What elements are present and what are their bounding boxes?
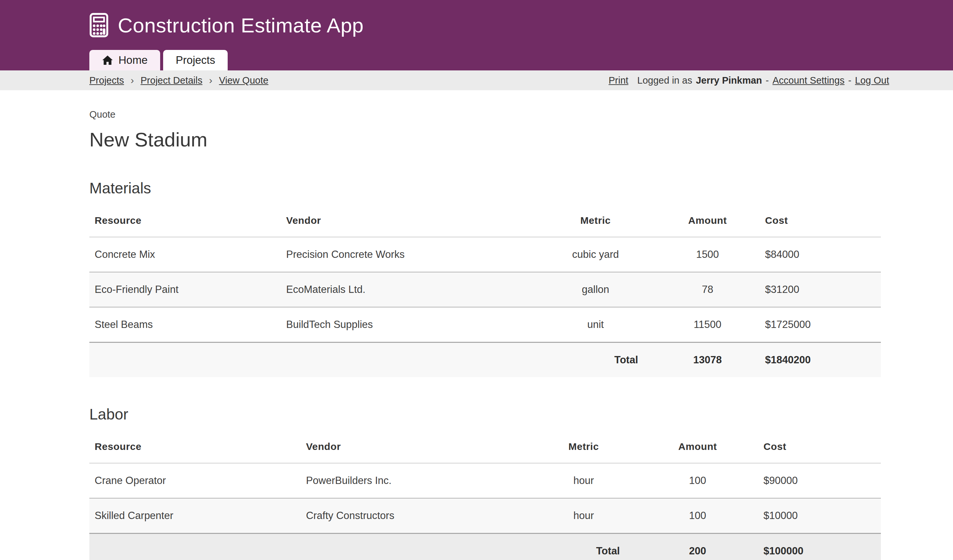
cell-amount: 78 xyxy=(655,272,760,307)
total-amount: 13078 xyxy=(655,342,760,377)
column-header: Vendor xyxy=(301,432,531,463)
column-header: Vendor xyxy=(281,206,536,237)
cell-empty xyxy=(89,342,281,377)
materials-section: Materials Resource Vendor Metric Amount … xyxy=(89,179,881,377)
cell-vendor: BuildTech Supplies xyxy=(281,307,536,342)
cell-empty xyxy=(281,342,536,377)
breadcrumb: Projects › Project Details › View Quote xyxy=(89,75,269,86)
cell-amount: 11500 xyxy=(655,307,760,342)
breadcrumb-separator: › xyxy=(131,75,134,86)
table-header-row: Resource Vendor Metric Amount Cost xyxy=(89,432,881,463)
cell-vendor: Crafty Constructors xyxy=(301,498,531,534)
cell-cost: $10000 xyxy=(758,498,881,534)
app-header: Construction Estimate App Home Projects xyxy=(0,0,953,70)
cell-cost: $90000 xyxy=(758,463,881,498)
total-label: Total xyxy=(530,534,637,560)
total-cost: $100000 xyxy=(758,534,881,560)
cell-amount: 100 xyxy=(637,498,758,534)
column-header: Amount xyxy=(655,206,760,237)
cell-empty xyxy=(89,534,301,560)
home-icon xyxy=(102,55,113,65)
total-amount: 200 xyxy=(637,534,758,560)
table-row: Eco-Friendly Paint EcoMaterials Ltd. gal… xyxy=(89,272,881,307)
total-cost: $1840200 xyxy=(760,342,881,377)
page-title: New Stadium xyxy=(89,128,881,151)
cell-metric: gallon xyxy=(536,272,655,307)
column-header: Cost xyxy=(758,432,881,463)
breadcrumb-link-project-details[interactable]: Project Details xyxy=(141,75,203,86)
cell-resource: Crane Operator xyxy=(89,463,301,498)
dash-separator: - xyxy=(848,75,851,86)
tab-home[interactable]: Home xyxy=(89,50,160,70)
quote-eyebrow: Quote xyxy=(89,109,881,120)
table-row: Concrete Mix Precision Concrete Works cu… xyxy=(89,237,881,272)
section-heading-materials: Materials xyxy=(89,179,881,197)
tab-projects[interactable]: Projects xyxy=(163,50,228,70)
breadcrumb-separator: › xyxy=(209,75,213,86)
cell-resource: Steel Beams xyxy=(89,307,281,342)
tab-label: Projects xyxy=(176,54,215,67)
print-link[interactable]: Print xyxy=(608,75,629,86)
log-out-link[interactable]: Log Out xyxy=(855,75,889,86)
materials-table: Resource Vendor Metric Amount Cost Concr… xyxy=(89,206,881,377)
breadcrumb-link-view-quote[interactable]: View Quote xyxy=(219,75,269,86)
nav-tabs: Home Projects xyxy=(89,50,228,70)
cell-metric: hour xyxy=(530,463,637,498)
column-header: Resource xyxy=(89,432,301,463)
table-row: Crane Operator PowerBuilders Inc. hour 1… xyxy=(89,463,881,498)
breadcrumb-link-projects[interactable]: Projects xyxy=(89,75,124,86)
breadcrumb-bar: Projects › Project Details › View Quote … xyxy=(0,70,953,90)
cell-metric: cubic yard xyxy=(536,237,655,272)
main-content: Quote New Stadium Materials Resource Ven… xyxy=(89,109,881,560)
cell-vendor: Precision Concrete Works xyxy=(281,237,536,272)
cell-cost: $1725000 xyxy=(760,307,881,342)
section-heading-labor: Labor xyxy=(89,405,881,423)
cell-empty xyxy=(301,534,531,560)
tab-label: Home xyxy=(118,54,147,67)
cell-vendor: PowerBuilders Inc. xyxy=(301,463,531,498)
app-title: Construction Estimate App xyxy=(118,14,364,37)
column-header: Amount xyxy=(637,432,758,463)
cell-vendor: EcoMaterials Ltd. xyxy=(281,272,536,307)
column-header: Metric xyxy=(530,432,637,463)
cell-cost: $84000 xyxy=(760,237,881,272)
column-header: Metric xyxy=(536,206,655,237)
user-name: Jerry Pinkman xyxy=(696,75,762,86)
column-header: Cost xyxy=(760,206,881,237)
cell-amount: 100 xyxy=(637,463,758,498)
user-bar: Print Logged in as Jerry Pinkman - Accou… xyxy=(608,75,889,86)
calculator-icon xyxy=(89,12,109,38)
total-label: Total xyxy=(536,342,655,377)
column-header: Resource xyxy=(89,206,281,237)
cell-metric: unit xyxy=(536,307,655,342)
total-row: Total 200 $100000 xyxy=(89,534,881,560)
labor-section: Labor Resource Vendor Metric Amount Cost xyxy=(89,405,881,560)
logged-in-text: Logged in as xyxy=(637,75,692,86)
labor-table: Resource Vendor Metric Amount Cost Crane… xyxy=(89,432,881,560)
cell-amount: 1500 xyxy=(655,237,760,272)
cell-resource: Skilled Carpenter xyxy=(89,498,301,534)
brand: Construction Estimate App xyxy=(0,0,953,38)
total-row: Total 13078 $1840200 xyxy=(89,342,881,377)
table-row: Steel Beams BuildTech Supplies unit 1150… xyxy=(89,307,881,342)
cell-metric: hour xyxy=(530,498,637,534)
table-row: Skilled Carpenter Crafty Constructors ho… xyxy=(89,498,881,534)
table-header-row: Resource Vendor Metric Amount Cost xyxy=(89,206,881,237)
cell-resource: Eco-Friendly Paint xyxy=(89,272,281,307)
cell-resource: Concrete Mix xyxy=(89,237,281,272)
app-root: Construction Estimate App Home Projects … xyxy=(0,0,953,560)
account-settings-link[interactable]: Account Settings xyxy=(773,75,845,86)
dash-separator: - xyxy=(766,75,769,86)
cell-cost: $31200 xyxy=(760,272,881,307)
